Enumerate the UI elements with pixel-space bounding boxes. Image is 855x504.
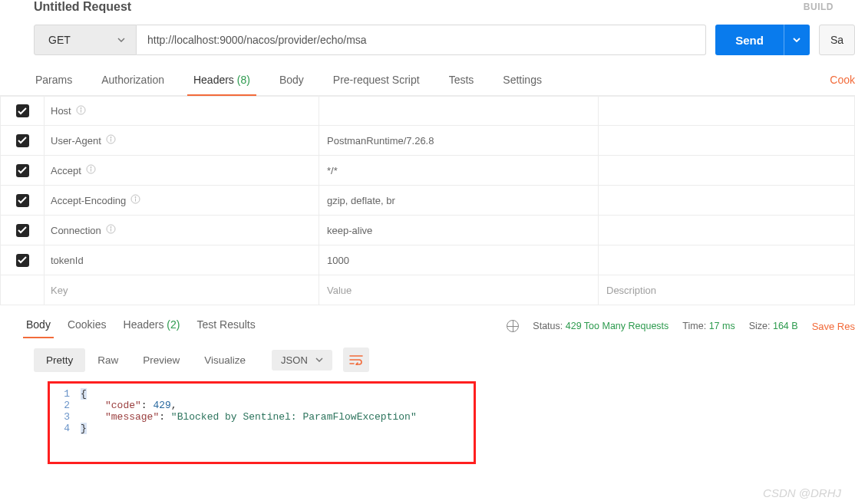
checkbox-icon[interactable] xyxy=(16,224,29,237)
chevron-down-icon xyxy=(315,357,323,362)
checkbox-icon[interactable] xyxy=(16,134,29,147)
header-value: 1000 xyxy=(327,255,349,266)
svg-rect-5 xyxy=(111,139,111,142)
resp-tab-cookies[interactable]: Cookies xyxy=(68,314,107,338)
table-row[interactable]: Accept */* xyxy=(0,156,855,186)
info-icon xyxy=(86,164,96,176)
info-icon xyxy=(76,105,86,117)
svg-point-1 xyxy=(80,107,81,109)
header-key: Accept-Encoding xyxy=(51,195,126,206)
resp-headers-count: (2) xyxy=(167,318,180,331)
chevron-down-icon xyxy=(117,38,125,42)
build-label[interactable]: BUILD xyxy=(804,2,855,12)
header-key: Accept xyxy=(51,165,81,176)
resp-tab-testresults[interactable]: Test Results xyxy=(196,314,255,338)
status-value: 429 Too Many Requests xyxy=(566,321,669,331)
svg-point-13 xyxy=(110,226,111,228)
tab-params[interactable]: Params xyxy=(34,66,74,95)
view-visualize[interactable]: Visualize xyxy=(192,348,258,372)
url-text: http://localhost:9000/nacos/provider/ech… xyxy=(147,34,367,46)
tab-headers[interactable]: Headers (8) xyxy=(192,66,252,95)
headers-count: (8) xyxy=(237,74,250,86)
info-icon xyxy=(130,194,140,206)
status-block: Status: 429 Too Many Requests xyxy=(533,321,668,331)
resp-tab-body[interactable]: Body xyxy=(26,314,51,338)
checkbox-icon[interactable] xyxy=(16,164,29,177)
value-placeholder[interactable]: Value xyxy=(327,285,352,296)
url-input[interactable]: http://localhost:9000/nacos/provider/ech… xyxy=(137,25,706,55)
info-icon xyxy=(106,134,116,147)
tab-tests[interactable]: Tests xyxy=(447,66,476,95)
header-value: PostmanRuntime/7.26.8 xyxy=(327,135,434,147)
time-value: 17 ms xyxy=(709,321,735,331)
header-key: Connection xyxy=(51,225,101,236)
table-row-new[interactable]: KeyValueDescription xyxy=(0,275,855,305)
header-value: gzip, deflate, br xyxy=(327,195,395,206)
request-title: Untitled Request xyxy=(34,0,804,14)
svg-rect-2 xyxy=(81,109,81,112)
header-key: User-Agent xyxy=(51,135,101,147)
view-preview[interactable]: Preview xyxy=(130,348,192,372)
checkbox-icon[interactable] xyxy=(16,104,29,117)
header-value: keep-alive xyxy=(327,225,372,236)
wrap-lines-button[interactable] xyxy=(343,348,369,372)
save-button[interactable]: Sa xyxy=(819,25,855,55)
svg-point-4 xyxy=(110,137,111,138)
tab-authorization[interactable]: Authorization xyxy=(100,66,166,95)
key-placeholder[interactable]: Key xyxy=(51,285,68,296)
tab-prerequest[interactable]: Pre-request Script xyxy=(332,66,421,95)
size-value: 164 B xyxy=(773,321,798,331)
header-key: tokenId xyxy=(51,255,84,266)
format-value: JSON xyxy=(281,354,308,366)
svg-point-10 xyxy=(135,196,137,198)
time-block: Time: 17 ms xyxy=(682,321,735,331)
header-value: */* xyxy=(327,165,338,176)
svg-rect-11 xyxy=(135,199,136,202)
table-row[interactable]: Accept-Encoding gzip, deflate, br xyxy=(0,186,855,216)
method-select[interactable]: GET xyxy=(34,25,137,55)
table-row[interactable]: tokenId1000 xyxy=(0,245,855,275)
resp-tab-headers[interactable]: Headers (2) xyxy=(124,314,180,338)
svg-rect-8 xyxy=(91,169,91,172)
checkbox-icon[interactable] xyxy=(16,254,29,267)
header-key: Host xyxy=(51,105,71,117)
desc-placeholder[interactable]: Description xyxy=(606,285,656,296)
tab-body[interactable]: Body xyxy=(278,66,305,95)
tab-headers-label: Headers xyxy=(193,74,234,86)
response-body[interactable]: 1{ 2"code": 429, 3"message": "Blocked by… xyxy=(48,381,476,464)
format-select[interactable]: JSON xyxy=(272,350,332,371)
size-block: Size: 164 B xyxy=(749,321,798,331)
method-value: GET xyxy=(48,34,71,46)
tab-settings[interactable]: Settings xyxy=(501,66,543,95)
info-icon xyxy=(106,224,116,236)
svg-point-7 xyxy=(90,166,91,168)
watermark: CSDN @DRHJ xyxy=(763,486,841,499)
resp-headers-label: Headers xyxy=(124,318,164,331)
view-pretty[interactable]: Pretty xyxy=(34,348,85,372)
cookies-link[interactable]: Cook xyxy=(828,66,855,95)
send-dropdown[interactable] xyxy=(784,25,810,55)
table-row[interactable]: User-Agent PostmanRuntime/7.26.8 xyxy=(0,126,855,156)
globe-icon[interactable] xyxy=(507,320,519,332)
send-button[interactable]: Send xyxy=(715,25,784,55)
table-row[interactable]: Connection keep-alive xyxy=(0,216,855,245)
svg-rect-14 xyxy=(111,229,111,232)
save-response[interactable]: Save Res xyxy=(812,321,855,332)
checkbox-icon[interactable] xyxy=(16,194,29,207)
table-row[interactable]: Host xyxy=(0,96,855,126)
view-raw[interactable]: Raw xyxy=(85,348,130,372)
